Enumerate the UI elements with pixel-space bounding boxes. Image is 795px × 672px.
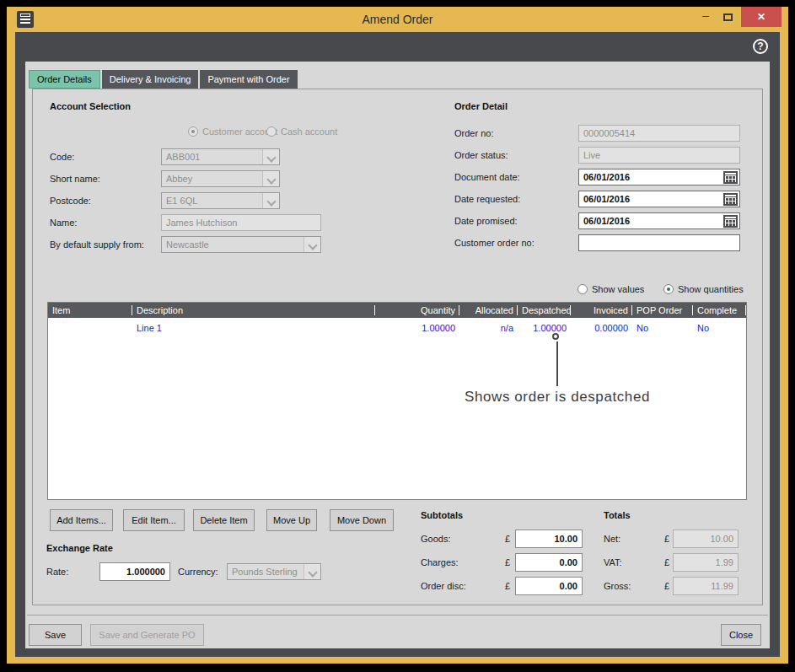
cell-despatched: 1.00000 [518, 320, 571, 337]
charges-currency-symbol: £ [505, 557, 510, 567]
vat-label: VAT: [604, 557, 622, 567]
net-field: 10.00 [673, 530, 739, 548]
order-disc-label: Order disc: [421, 581, 466, 591]
order-lines-grid[interactable]: Item Description Quantity Allocated Desp… [47, 302, 747, 500]
charges-input[interactable] [515, 553, 583, 572]
rate-input[interactable] [99, 562, 170, 581]
move-down-button[interactable]: Move Down [330, 509, 394, 531]
code-label: Code: [50, 152, 74, 162]
radio-icon [663, 284, 674, 294]
show-values-radio[interactable]: Show values [577, 284, 644, 294]
add-items-button[interactable]: Add Items... [50, 509, 113, 531]
col-item[interactable]: Item [48, 303, 132, 318]
chevron-down-icon [262, 149, 279, 164]
delete-item-button[interactable]: Delete Item [193, 509, 255, 531]
calendar-icon[interactable] [723, 215, 738, 228]
window-title: Amend Order [7, 7, 788, 32]
currency-combo[interactable]: Pounds Sterling [227, 563, 321, 580]
radio-icon [188, 126, 198, 137]
callout-line [556, 341, 558, 386]
vat-field: 1.99 [673, 553, 739, 572]
chevron-down-icon [303, 237, 320, 252]
maximize-icon [723, 13, 733, 21]
cell-complete: No [693, 320, 746, 337]
supply-from-label: By default supply from: [50, 239, 144, 250]
titlebar: Amend Order – ✕ [7, 7, 788, 32]
name-field: James Hutchison [161, 214, 321, 231]
subtotals-heading: Subtotals [421, 510, 463, 520]
cell-pop-order: No [632, 320, 693, 337]
col-complete[interactable]: Complete [693, 303, 746, 318]
name-label: Name: [50, 218, 77, 228]
chevron-down-icon [262, 171, 279, 186]
date-promised-input[interactable] [578, 212, 740, 229]
cash-account-label: Cash account [281, 126, 337, 137]
tab-order-details[interactable]: Order Details [29, 70, 100, 89]
date-promised-label: Date promised: [454, 216, 518, 226]
calendar-icon[interactable] [723, 193, 738, 206]
col-invoiced[interactable]: Invoiced [571, 303, 632, 318]
net-currency-symbol: £ [664, 534, 669, 544]
show-quantities-label: Show quantities [678, 284, 744, 294]
main-panel: Order Details Delivery & Invoicing Payme… [25, 62, 770, 648]
postcode-value: E1 6QL [162, 193, 262, 208]
rate-label: Rate: [46, 567, 68, 577]
code-value: ABB001 [162, 149, 262, 164]
col-pop-order[interactable]: POP Order [632, 303, 693, 318]
radio-icon [577, 284, 588, 294]
table-row[interactable]: Line 1 1.00000 n/a 1.00000 0.00000 No No [48, 320, 746, 337]
charges-label: Charges: [421, 557, 459, 567]
customer-account-radio[interactable]: Customer account [188, 126, 277, 137]
close-button[interactable]: Close [721, 624, 761, 646]
help-icon[interactable]: ? [753, 39, 768, 54]
date-requested-input[interactable] [578, 191, 740, 207]
customer-order-no-input[interactable] [578, 234, 740, 251]
postcode-label: Postcode: [50, 196, 91, 206]
save-and-generate-po-button[interactable]: Save and Generate PO [90, 624, 204, 646]
goods-label: Goods: [421, 534, 450, 544]
document-date-label: Document date: [454, 172, 520, 182]
save-button[interactable]: Save [29, 624, 82, 646]
customer-order-no-label: Customer order no: [454, 238, 534, 248]
supply-from-value: Newcastle [162, 237, 303, 252]
short-name-combo[interactable]: Abbey [161, 170, 280, 187]
tab-delivery-invoicing[interactable]: Delivery & Invoicing [102, 70, 199, 89]
cell-item [48, 320, 132, 337]
show-values-label: Show values [592, 284, 644, 294]
goods-currency-symbol: £ [505, 534, 510, 544]
supply-from-combo[interactable]: Newcastle [161, 236, 321, 253]
cash-account-radio[interactable]: Cash account [266, 126, 337, 137]
cell-quantity: 1.00000 [375, 320, 459, 337]
date-requested-label: Date requested: [454, 194, 520, 204]
tab-bar: Order Details Delivery & Invoicing Payme… [29, 70, 298, 89]
totals-heading: Totals [604, 510, 631, 520]
calendar-icon[interactable] [723, 171, 738, 184]
goods-input[interactable] [515, 530, 583, 548]
order-no-field: 0000005414 [578, 125, 740, 142]
gross-label: Gross: [604, 581, 631, 591]
grid-header: Item Description Quantity Allocated Desp… [48, 303, 746, 318]
close-window-button[interactable]: ✕ [741, 7, 782, 27]
maximize-button[interactable] [717, 10, 738, 27]
minimize-button[interactable]: – [696, 7, 716, 27]
move-up-button[interactable]: Move Up [266, 509, 317, 531]
exchange-rate-heading: Exchange Rate [46, 543, 113, 553]
currency-value: Pounds Sterling [228, 564, 303, 579]
document-date-input[interactable] [578, 169, 740, 185]
col-description[interactable]: Description [132, 303, 375, 318]
tab-payment-with-order[interactable]: Payment with Order [200, 70, 297, 89]
despatched-annotation: Shows order is despatched [422, 389, 692, 406]
postcode-combo[interactable]: E1 6QL [161, 192, 280, 209]
order-details-page: Account Selection Customer account Cash … [32, 89, 763, 605]
edit-item-button[interactable]: Edit Item... [123, 509, 185, 531]
code-combo[interactable]: ABB001 [161, 148, 280, 165]
order-status-field: Live [578, 147, 740, 164]
col-quantity[interactable]: Quantity [375, 303, 459, 318]
short-name-label: Short name: [50, 174, 100, 184]
show-quantities-radio[interactable]: Show quantities [663, 284, 744, 294]
cell-invoiced: 0.00000 [571, 320, 632, 337]
col-allocated[interactable]: Allocated [459, 303, 518, 318]
order-disc-input[interactable] [515, 577, 583, 595]
col-despatched[interactable]: Despatched [518, 303, 571, 318]
vat-currency-symbol: £ [664, 557, 669, 567]
